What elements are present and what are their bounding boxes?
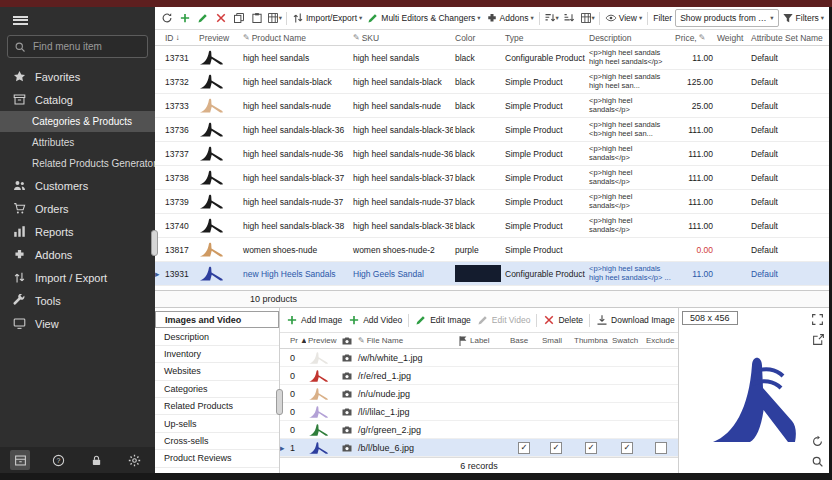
image-row[interactable]: ▸1/b/l/blue_6.jpg✓✓✓✓	[280, 439, 678, 457]
col-flag[interactable]	[456, 335, 468, 347]
menu-search[interactable]	[7, 35, 148, 58]
image-row[interactable]: 0/w/h/white_1.jpg	[280, 349, 678, 367]
sidebar-item-addons[interactable]: Addons	[0, 243, 155, 266]
tab-images-and-video[interactable]: Images and Video	[155, 311, 279, 328]
add-product-button[interactable]	[176, 10, 193, 27]
tab-description[interactable]: Description	[155, 328, 279, 345]
sidebar-item-favorites[interactable]: Favorites	[0, 65, 155, 88]
edit-image-button[interactable]: Edit Image	[413, 311, 473, 329]
image-row[interactable]: 0/l/i/lilac_1.jpg	[280, 403, 678, 421]
product-row[interactable]: 13738high heel sandals-black-37high heel…	[155, 166, 829, 190]
sidebar-item-reports[interactable]: Reports	[0, 220, 155, 243]
col-header-price[interactable]: Price,✎	[673, 33, 715, 43]
fullscreen-icon[interactable]	[810, 312, 825, 327]
col-header-color[interactable]: Color	[453, 33, 503, 43]
copy-button[interactable]	[230, 10, 247, 27]
sidebar-item-orders[interactable]: Orders	[0, 197, 155, 220]
product-row[interactable]: 13736high heel sandals-black-36high heel…	[155, 118, 829, 142]
sidebar-item-tools[interactable]: Tools	[0, 289, 155, 312]
product-row[interactable]: 13733high heel sandals-nudehigh heel san…	[155, 94, 829, 118]
col-header-swatch[interactable]: Swatch	[610, 336, 644, 345]
image-row[interactable]: 0/g/r/green_2.jpg	[280, 421, 678, 439]
sidebar-item-categories-products[interactable]: Categories & Products	[0, 111, 155, 132]
add-video-button[interactable]: Add Video	[346, 311, 404, 329]
sidebar-item-attributes[interactable]: Attributes	[0, 132, 155, 153]
product-row[interactable]: ▸13931new High Heels SandalsHigh Geels S…	[155, 262, 829, 286]
sidebar-item-catalog[interactable]: Catalog	[0, 88, 155, 111]
help-button[interactable]: ?	[48, 450, 68, 470]
store-button[interactable]	[10, 450, 30, 470]
col-header-label[interactable]: Label	[468, 336, 508, 345]
sidebar-item-view[interactable]: View	[0, 312, 155, 335]
row-expander[interactable]: ▸	[155, 262, 163, 285]
image-base-cell[interactable]: ✓	[508, 439, 540, 456]
add-image-button[interactable]: Add Image	[284, 311, 344, 329]
product-row[interactable]: 13739high heel sandals-nude-37high heel …	[155, 190, 829, 214]
product-row[interactable]: 13732high heel sandals-blackhigh heel sa…	[155, 70, 829, 94]
thumb-checkbox[interactable]: ✓	[585, 442, 597, 454]
image-exclude-cell[interactable]	[644, 439, 678, 456]
tab-inventory[interactable]: Inventory	[155, 346, 279, 363]
delete-image-button[interactable]: Delete	[541, 311, 585, 329]
image-row[interactable]: 0/r/e/red_1.jpg	[280, 367, 678, 385]
sidebar-item-related-products-generator[interactable]: Related Products Generator	[0, 153, 155, 174]
columns-button[interactable]: ▾	[266, 10, 283, 27]
paste-button[interactable]	[248, 10, 265, 27]
sort-descending-button[interactable]	[561, 10, 578, 27]
refresh-button[interactable]	[158, 10, 175, 27]
col-header-exclude[interactable]: Exclude	[644, 336, 678, 345]
import-export-menu[interactable]: Import/Export▾	[290, 10, 364, 27]
tabs-splitter[interactable]	[276, 389, 283, 415]
col-header-attribute-set-name[interactable]: Attribute Set Name	[749, 33, 829, 43]
tab-cross-sells[interactable]: Cross-sells	[155, 433, 279, 450]
menu-toggle-button[interactable]	[0, 7, 155, 33]
grouping-button[interactable]: ▾	[579, 10, 596, 27]
tab-websites[interactable]: Websites	[155, 363, 279, 380]
col-header-file-name[interactable]: ✎File Name	[356, 336, 456, 345]
col-header-type[interactable]: Type	[503, 33, 587, 43]
edit-product-button[interactable]	[194, 10, 211, 27]
col-header-pr[interactable]: Pr▲	[288, 336, 306, 345]
lock-button[interactable]	[87, 450, 107, 470]
download-image-button[interactable]: Download Image	[594, 311, 677, 329]
filters-menu[interactable]: Filters▾	[780, 10, 826, 27]
image-swatch-cell[interactable]: ✓	[610, 439, 644, 456]
image-small-cell[interactable]: ✓	[540, 439, 572, 456]
col-header-preview[interactable]: Preview	[306, 336, 340, 345]
tab-up-sells[interactable]: Up-sells	[155, 415, 279, 432]
menu-search-input[interactable]	[31, 40, 141, 53]
multi-editors-menu[interactable]: Multi Editors & Changers▾	[365, 10, 482, 27]
col-cam[interactable]	[340, 335, 356, 347]
category-filter-select[interactable]: Show products from selected categories▾	[675, 9, 778, 27]
tab-categories[interactable]: Categories	[155, 381, 279, 398]
product-row[interactable]: 13731high heel sandalshigh heel sandalsb…	[155, 46, 829, 70]
rotate-icon[interactable]	[810, 434, 825, 449]
tab-product-reviews[interactable]: Product Reviews	[155, 450, 279, 467]
delete-product-button[interactable]	[212, 10, 229, 27]
col-header-id[interactable]: ID↓	[163, 33, 197, 43]
tab-related-products[interactable]: Related Products	[155, 398, 279, 415]
col-header-base[interactable]: Base	[508, 336, 540, 345]
base-checkbox[interactable]: ✓	[518, 442, 530, 454]
view-menu[interactable]: View▾	[603, 10, 645, 27]
addons-menu[interactable]: Addons▾	[484, 10, 536, 27]
sidebar-splitter[interactable]	[151, 230, 158, 256]
swatch-checkbox[interactable]: ✓	[621, 442, 633, 454]
sidebar-item-customers[interactable]: Customers	[0, 174, 155, 197]
image-row[interactable]: 0/n/u/nude.jpg	[280, 385, 678, 403]
settings-button[interactable]	[125, 450, 145, 470]
small-checkbox[interactable]: ✓	[550, 442, 562, 454]
col-header-weight[interactable]: Weight	[715, 33, 749, 43]
image-thumb-cell[interactable]: ✓	[572, 439, 610, 456]
col-header-thumbna[interactable]: Thumbna	[572, 336, 610, 345]
exclude-checkbox[interactable]	[655, 442, 667, 454]
sort-ascending-button[interactable]: ▾	[543, 10, 560, 27]
edit-video-button[interactable]: Edit Video	[475, 311, 533, 329]
sidebar-item-import-export[interactable]: Import / Export	[0, 266, 155, 289]
product-row[interactable]: 13740high heel sandals-black-38high heel…	[155, 214, 829, 238]
product-row[interactable]: 13817women shoes-nudewomen shoes-nude-2p…	[155, 238, 829, 262]
open-external-icon[interactable]	[811, 332, 826, 347]
product-row[interactable]: 13737high heel sandals-nude-36high heel …	[155, 142, 829, 166]
col-header-small[interactable]: Small	[540, 336, 572, 345]
col-header-preview[interactable]: Preview	[197, 33, 241, 43]
